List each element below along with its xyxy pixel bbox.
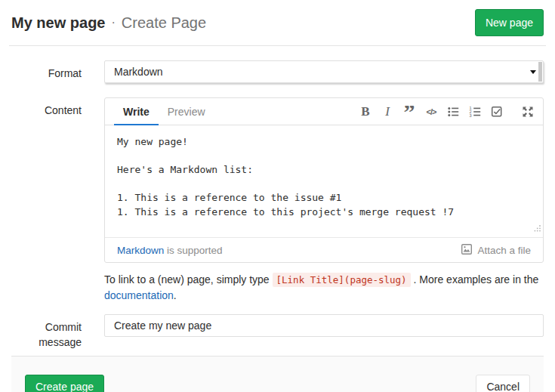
attach-file-label: Attach a file	[477, 245, 531, 256]
task-list-icon[interactable]	[491, 106, 503, 118]
format-selected-value: Markdown	[114, 66, 163, 78]
textarea-wrap: My new page! Here's a Markdown list: 1. …	[105, 125, 543, 237]
title-separator: ·	[111, 16, 115, 29]
fullscreen-icon[interactable]	[522, 106, 534, 118]
tab-write[interactable]: Write	[114, 98, 159, 125]
commit-message-input[interactable]	[104, 314, 544, 337]
code-icon[interactable]: </>	[425, 106, 437, 118]
content-textarea[interactable]: My new page! Here's a Markdown list: 1. …	[105, 125, 543, 237]
attach-file-button[interactable]: Attach a file	[461, 243, 531, 258]
page-title: My new page	[11, 14, 105, 32]
format-label: Format	[11, 60, 82, 81]
editor-tabs: Write Preview	[114, 98, 214, 125]
create-page-button[interactable]: Create page	[25, 375, 104, 392]
select-scroll-strip	[538, 62, 542, 82]
content-row: Content Write Preview B I ” </>	[11, 97, 544, 263]
help-text-period: .	[174, 289, 177, 301]
quote-icon[interactable]: ”	[403, 106, 415, 118]
tab-preview[interactable]: Preview	[159, 98, 214, 125]
bold-icon[interactable]: B	[359, 106, 372, 118]
create-wiki-page: My new page · Create Page New page Forma…	[0, 0, 555, 392]
commit-message-label: Commit message	[11, 314, 82, 350]
header: My new page · Create Page New page	[0, 0, 555, 44]
bulleted-list-icon[interactable]	[447, 106, 459, 118]
new-page-button[interactable]: New page	[475, 9, 544, 36]
editor-toolbar: Write Preview B I ” </>	[105, 98, 543, 125]
chevron-down-icon	[530, 70, 536, 74]
markdown-editor: Write Preview B I ” </>	[104, 97, 544, 263]
page-title-group: My new page · Create Page	[11, 14, 206, 32]
format-row: Format Markdown	[11, 60, 544, 83]
italic-icon[interactable]: I	[381, 106, 393, 118]
commit-row: Commit message	[11, 314, 544, 350]
header-divider	[9, 45, 546, 46]
wiki-form: Format Markdown Content Write Preview	[0, 60, 555, 350]
link-syntax-code: [Link Title](page-slug)	[273, 273, 411, 287]
cancel-button[interactable]: Cancel	[476, 375, 530, 392]
help-text-before: To link to a (new) page, simply type	[104, 273, 273, 286]
documentation-link[interactable]: documentation	[104, 289, 174, 301]
markdown-help-link[interactable]: Markdown	[117, 245, 164, 256]
help-text-after: . More examples are in the	[411, 273, 539, 286]
editor-footer: Markdown is supported Attach a file	[105, 237, 543, 262]
numbered-list-icon[interactable]: 1 2 3	[469, 106, 481, 118]
markdown-supported-text: Markdown is supported	[117, 245, 223, 256]
format-select[interactable]: Markdown	[104, 60, 544, 83]
toolbar-icons: B I ” </>	[359, 98, 534, 125]
supported-label: is supported	[164, 245, 222, 256]
content-label: Content	[11, 97, 82, 118]
svg-text:3: 3	[470, 113, 472, 117]
attach-image-icon	[461, 243, 473, 258]
form-actions-footer: Create page Cancel	[11, 356, 544, 392]
link-help-text: To link to a (new) page, simply type [Li…	[104, 272, 544, 303]
page-subtitle: Create Page	[122, 14, 206, 32]
